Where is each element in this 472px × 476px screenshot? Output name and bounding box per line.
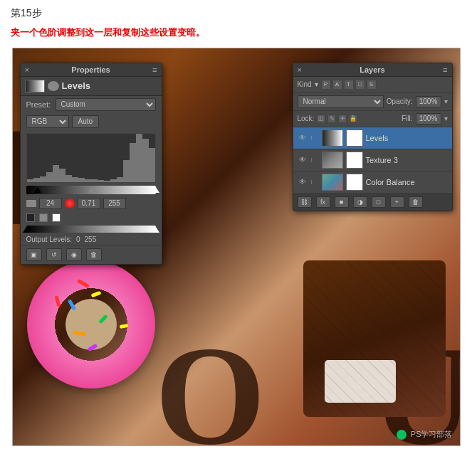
add-style-button[interactable]: fx [316, 196, 330, 208]
eyedropper-row [21, 211, 162, 224]
description: 夹一个色阶调整到这一层和复制这些设置变暗。 [11, 26, 461, 41]
donut [27, 260, 155, 388]
new-layer-button[interactable]: + [390, 196, 404, 208]
output-black-handle[interactable] [23, 227, 30, 233]
layers-panel: × Layers ≡ Kind ▾ P A T □ S Normal [293, 63, 453, 211]
fill-arrow[interactable]: ▾ [444, 115, 448, 122]
hist-bar-9 [85, 179, 91, 182]
smart-kind-icon[interactable]: S [367, 80, 377, 90]
sprinkle-green [98, 314, 107, 324]
pixel-kind-icon[interactable]: P [321, 80, 331, 90]
lock-all-icon[interactable]: 🔒 [349, 115, 357, 123]
shape-kind-icon[interactable]: □ [355, 80, 365, 90]
lock-pixels-icon[interactable]: ✎ [327, 115, 336, 123]
kind-arrow: ▾ [315, 80, 318, 88]
layer-item-texture3[interactable]: 👁 ↕ Texture 3 [293, 149, 452, 171]
circle-icon [48, 81, 59, 91]
black-point-handle[interactable] [34, 187, 41, 193]
auto-button[interactable]: Auto [72, 115, 100, 128]
layer-item-levels[interactable]: 👁 ↕ Levels [293, 127, 452, 149]
output-label-row: Output Levels: 0 255 [21, 234, 162, 245]
properties-collapse-icon[interactable]: ≡ [152, 65, 157, 74]
hist-bar-1 [33, 178, 40, 181]
letter-o: O [155, 324, 266, 446]
lock-position-icon[interactable]: ✛ [338, 115, 347, 123]
histogram-bars [27, 134, 155, 182]
input-mid-field[interactable] [78, 198, 100, 209]
hist-bar-3 [46, 172, 53, 182]
hist-bar-11 [98, 180, 104, 182]
output-slider[interactable] [26, 226, 156, 233]
new-group-button[interactable]: □ [372, 196, 386, 208]
fill-input[interactable] [416, 113, 441, 125]
sprinkle-yellow [90, 291, 101, 297]
hist-bar-19 [149, 148, 155, 182]
input-max-field[interactable] [103, 198, 126, 209]
description-suffix: 。 [196, 27, 205, 38]
hist-bar-16 [130, 143, 136, 181]
black-eyedropper-icon[interactable] [26, 213, 35, 222]
layer-thumb-colorbalance [322, 174, 343, 191]
white-eyedropper-icon[interactable] [52, 213, 61, 222]
input-min-field[interactable] [39, 198, 62, 209]
save-preset-button[interactable]: ▣ [26, 248, 42, 261]
hist-bar-5 [59, 169, 65, 182]
histogram-area [26, 133, 156, 183]
gray-eyedropper-icon[interactable] [39, 213, 48, 222]
lock-transparent-icon[interactable]: ◫ [317, 115, 325, 123]
opacity-label: Opacity: [387, 97, 413, 105]
layer-name-levels: Levels [366, 134, 448, 142]
eye-icon-texture3[interactable]: 👁 [298, 155, 308, 165]
eye-icon-colorbalance[interactable]: 👁 [298, 177, 308, 187]
watermark-icon [397, 430, 407, 440]
eye-icon-levels[interactable]: 👁 [298, 133, 308, 143]
levels-small-icon [26, 200, 36, 207]
sprinkle-red2 [54, 295, 61, 307]
reset-button[interactable]: ↺ [46, 248, 62, 261]
white-point-handle[interactable] [152, 187, 159, 193]
view-previous-button[interactable]: ◉ [66, 248, 82, 261]
blend-opacity-row: Normal Opacity: ▾ [293, 93, 452, 111]
layer-mask-colorbalance [346, 174, 363, 191]
output-white-handle[interactable] [152, 227, 159, 233]
lock-icons-group: ◫ ✎ ✛ 🔒 [317, 115, 357, 123]
hist-bar-17 [136, 134, 142, 182]
output-levels-label: Output Levels: [26, 236, 72, 243]
opacity-input[interactable] [416, 96, 441, 107]
blend-mode-select[interactable]: Normal [298, 95, 384, 108]
kind-label: Kind [298, 80, 312, 88]
properties-panel-header: × Properties ≡ [21, 63, 162, 77]
channel-select[interactable]: RGB [26, 115, 69, 128]
link-layers-button[interactable]: ⛓ [298, 196, 312, 208]
layer-item-colorbalance[interactable]: 👁 ↕ Color Balance [293, 171, 452, 194]
kind-row: Kind ▾ P A T □ S [293, 77, 452, 93]
new-adjustment-button[interactable]: ◑ [353, 196, 367, 208]
adjustment-kind-icon[interactable]: A [332, 80, 342, 90]
preset-select[interactable]: Custom [56, 98, 156, 111]
description-highlight: 这些设置变暗 [140, 27, 196, 38]
sprinkle-orange [73, 330, 86, 336]
hist-bar-13 [110, 179, 117, 181]
delete-layer-button[interactable]: 🗑 [409, 196, 423, 208]
layer-mask-levels [346, 129, 363, 147]
watermark-text: PS学习部落 [411, 430, 453, 438]
hist-bar-12 [104, 181, 110, 182]
input-slider[interactable] [26, 186, 156, 194]
midpoint-handle[interactable] [88, 187, 95, 193]
opacity-arrow[interactable]: ▾ [444, 97, 448, 105]
hist-bar-14 [117, 177, 123, 182]
hist-bar-4 [53, 165, 59, 182]
watermark: PS学习部落 [397, 429, 453, 440]
delete-button[interactable]: 🗑 [86, 248, 102, 261]
add-mask-button[interactable]: ■ [335, 196, 349, 208]
sprinkle-yellow2 [119, 324, 128, 329]
brownie-area [303, 260, 446, 417]
preset-row: Preset: Custom [21, 96, 162, 113]
layer-mask-texture3 [346, 152, 363, 169]
text-kind-icon[interactable]: T [344, 80, 354, 90]
output-max-value: 255 [85, 236, 97, 243]
output-min-value: 0 [76, 236, 80, 243]
layers-close-icon[interactable]: × [298, 65, 302, 74]
properties-close-icon[interactable]: × [25, 65, 29, 74]
layers-collapse-icon[interactable]: ≡ [443, 65, 447, 74]
